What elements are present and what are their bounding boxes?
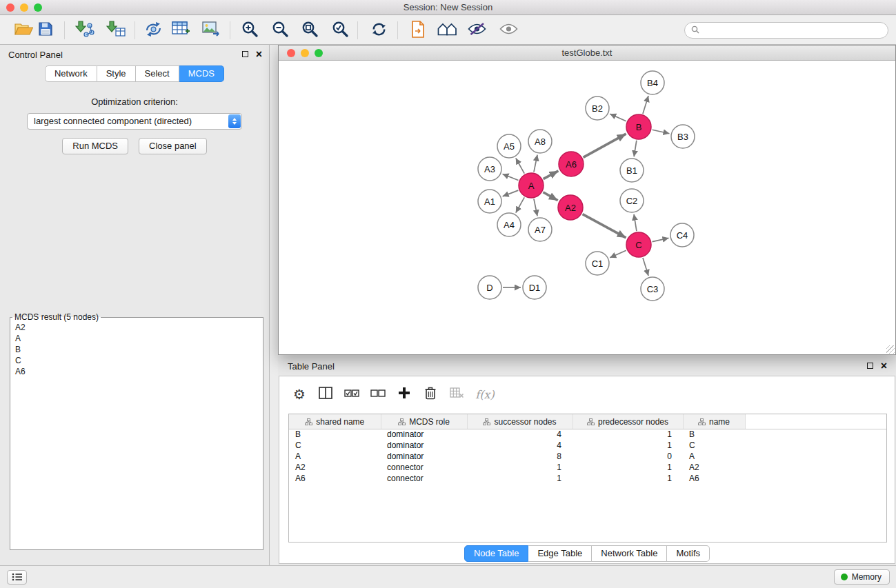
new-table-button[interactable] [169, 19, 192, 41]
mcds-result-item[interactable]: B [10, 344, 263, 355]
table-row[interactable]: A2connector11A2 [289, 462, 886, 473]
tab-select[interactable]: Select [136, 65, 179, 82]
column-header-name[interactable]: name [683, 414, 745, 429]
network-node-B2[interactable]: B2 [586, 97, 609, 120]
network-node-D[interactable]: D [478, 276, 501, 299]
close-table-panel-icon[interactable]: × [881, 362, 887, 369]
network-node-A[interactable]: A [519, 173, 544, 198]
float-panel-icon[interactable] [242, 51, 248, 57]
zoom-in-button[interactable] [238, 19, 261, 41]
zoom-network-button[interactable] [315, 49, 323, 57]
table-row[interactable]: A6connector11A6 [289, 473, 886, 484]
network-edge-B-B4[interactable] [643, 96, 648, 114]
export-image-button[interactable] [199, 19, 223, 41]
network-edge-A-A8[interactable] [534, 155, 537, 172]
delete-row-button[interactable] [417, 386, 444, 403]
column-header-MCDS-role[interactable]: MCDS role [381, 414, 467, 429]
network-edge-A-A1[interactable] [503, 190, 519, 196]
function-builder-button[interactable]: f(x) [470, 388, 500, 401]
network-edge-A-A6[interactable] [544, 171, 559, 179]
search-input[interactable] [703, 26, 882, 35]
hide-details-button[interactable] [465, 19, 488, 41]
tab-edge-table[interactable]: Edge Table [528, 545, 592, 562]
column-header-shared-name[interactable]: shared name [289, 414, 381, 429]
network-node-C4[interactable]: C4 [670, 223, 694, 247]
network-node-A5[interactable]: A5 [497, 134, 521, 158]
tab-mcds[interactable]: MCDS [179, 65, 224, 82]
network-node-A8[interactable]: A8 [528, 130, 552, 153]
zoom-out-button[interactable] [268, 19, 292, 41]
resize-grip[interactable] [886, 345, 895, 354]
mcds-result-item[interactable]: A2 [10, 322, 263, 333]
network-node-B1[interactable]: B1 [620, 159, 644, 182]
network-node-D1[interactable]: D1 [523, 276, 546, 299]
network-node-A2[interactable]: A2 [558, 195, 583, 220]
select-all-button[interactable] [339, 388, 365, 401]
network-node-B[interactable]: B [626, 114, 651, 139]
column-header-predecessor-nodes[interactable]: predecessor nodes [573, 414, 683, 429]
zoom-fit-button[interactable] [298, 19, 321, 41]
clear-table-button[interactable] [444, 387, 470, 401]
network-edge-B-B2[interactable] [610, 114, 626, 121]
zoom-selected-button[interactable] [328, 19, 352, 41]
network-edge-C-C4[interactable] [653, 238, 669, 241]
network-node-A7[interactable]: A7 [528, 218, 552, 241]
network-edge-A2-C[interactable] [583, 214, 626, 238]
network-canvas[interactable]: AA6A2BCA5A8A3A1A4A7B2B4B3B1C2C4C1C3DD1 [279, 61, 895, 354]
network-edge-A-A7[interactable] [534, 199, 537, 216]
tab-style[interactable]: Style [97, 65, 136, 82]
deselect-all-button[interactable] [365, 388, 391, 401]
import-table-button[interactable] [104, 19, 128, 41]
network-edge-C-C2[interactable] [634, 214, 637, 231]
network-node-C1[interactable]: C1 [586, 252, 609, 275]
network-edge-A-A2[interactable] [543, 192, 557, 201]
close-panel-button[interactable]: Close panel [139, 138, 207, 154]
new-network-button[interactable] [141, 19, 165, 41]
network-edge-A-A5[interactable] [516, 158, 524, 173]
tab-node-table[interactable]: Node Table [464, 545, 529, 562]
close-panel-icon[interactable]: × [256, 50, 262, 58]
minimize-window-button[interactable] [20, 3, 28, 12]
table-row[interactable]: Adominator80A [289, 451, 886, 462]
network-node-A4[interactable]: A4 [497, 213, 521, 236]
show-columns-button[interactable] [312, 387, 339, 402]
first-neighbors-button[interactable] [435, 19, 459, 41]
zoom-window-button[interactable] [34, 3, 42, 12]
table-row[interactable]: Cdominator41C [289, 440, 886, 451]
mcds-result-item[interactable]: C [10, 355, 263, 366]
show-details-button[interactable] [497, 19, 520, 41]
close-window-button[interactable] [6, 3, 14, 12]
network-edge-C-C1[interactable] [610, 250, 626, 258]
network-edge-A-A4[interactable] [516, 197, 524, 212]
add-row-button[interactable] [391, 387, 417, 402]
memory-button[interactable]: Memory [834, 569, 890, 585]
table-options-button[interactable]: ⚙ [286, 387, 312, 401]
network-node-A1[interactable]: A1 [478, 190, 501, 213]
open-file-button[interactable] [12, 19, 35, 41]
tab-network-table[interactable]: Network Table [592, 545, 667, 562]
network-node-C3[interactable]: C3 [641, 277, 664, 301]
tab-motifs[interactable]: Motifs [667, 545, 710, 562]
network-node-C2[interactable]: C2 [620, 189, 644, 212]
network-edge-B-B3[interactable] [653, 130, 670, 133]
run-mcds-button[interactable]: Run MCDS [62, 138, 128, 154]
network-node-A6[interactable]: A6 [559, 152, 584, 176]
network-node-C[interactable]: C [626, 232, 651, 257]
network-node-A3[interactable]: A3 [478, 157, 501, 181]
mcds-result-item[interactable]: A6 [10, 366, 263, 377]
close-network-button[interactable] [287, 49, 295, 57]
mcds-result-item[interactable]: A [10, 333, 263, 344]
table-row[interactable]: Bdominator41B [289, 429, 886, 440]
network-edge-C-C3[interactable] [643, 258, 648, 276]
network-node-B3[interactable]: B3 [671, 125, 695, 148]
refresh-button[interactable] [367, 19, 390, 41]
column-header-successor-nodes[interactable]: successor nodes [467, 414, 573, 429]
task-history-button[interactable] [7, 570, 27, 585]
network-edge-A-A3[interactable] [503, 174, 519, 180]
optimization-criterion-select[interactable]: largest connected component (directed) [27, 113, 242, 130]
float-table-panel-icon[interactable] [867, 363, 873, 369]
network-edge-B-B1[interactable] [634, 141, 637, 156]
save-session-button[interactable] [34, 19, 57, 41]
import-network-button[interactable] [73, 19, 97, 41]
tab-network[interactable]: Network [45, 65, 97, 82]
